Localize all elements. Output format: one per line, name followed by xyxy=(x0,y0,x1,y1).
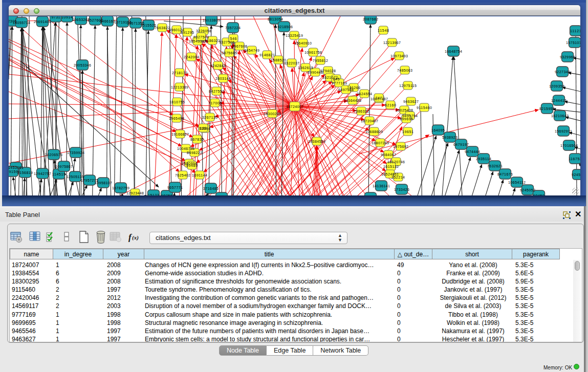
svg-text:3267130: 3267130 xyxy=(202,116,217,119)
svg-text:1209358: 1209358 xyxy=(549,84,564,88)
svg-text:891295: 891295 xyxy=(181,31,194,34)
svg-text:20364436: 20364436 xyxy=(344,99,361,102)
svg-text:9794028: 9794028 xyxy=(320,69,336,73)
svg-text:3716485: 3716485 xyxy=(203,187,219,190)
svg-text:8454749: 8454749 xyxy=(244,49,259,52)
svg-text:7357224: 7357224 xyxy=(225,26,241,30)
svg-text:14055714: 14055714 xyxy=(13,21,30,25)
svg-text:546: 546 xyxy=(230,37,237,40)
svg-text:10958107: 10958107 xyxy=(95,181,112,185)
svg-text:6479197: 6479197 xyxy=(453,143,469,146)
svg-text:8186323: 8186323 xyxy=(205,39,220,42)
svg-text:16210643: 16210643 xyxy=(551,114,569,118)
svg-text:19166827: 19166827 xyxy=(171,133,189,136)
svg-text:18300295: 18300295 xyxy=(264,112,281,116)
svg-text:9474444: 9474444 xyxy=(465,150,480,154)
svg-text:20053346: 20053346 xyxy=(74,63,91,67)
svg-text:1691144: 1691144 xyxy=(192,173,207,177)
svg-text:(x): (x) xyxy=(132,234,139,241)
svg-text:7632621: 7632621 xyxy=(487,164,503,168)
svg-text:62160: 62160 xyxy=(385,103,396,107)
svg-text:16782759: 16782759 xyxy=(112,186,129,190)
svg-text:2935114: 2935114 xyxy=(476,157,491,161)
svg-text:2242004: 2242004 xyxy=(184,55,199,59)
svg-text:10688609: 10688609 xyxy=(365,130,383,134)
svg-text:39159: 39159 xyxy=(9,170,18,173)
svg-text:12975115: 12975115 xyxy=(399,84,417,87)
svg-text:9777169: 9777169 xyxy=(332,81,347,85)
svg-text:14136141: 14136141 xyxy=(373,184,390,188)
svg-text:5938923: 5938923 xyxy=(442,136,458,139)
svg-text:10654112: 10654112 xyxy=(508,181,526,184)
svg-text:2967608: 2967608 xyxy=(232,45,247,48)
svg-text:16648754: 16648754 xyxy=(445,50,462,53)
svg-text:12213967: 12213967 xyxy=(383,41,401,45)
svg-text:7485063: 7485063 xyxy=(397,69,412,72)
svg-text:1975692: 1975692 xyxy=(393,145,408,148)
svg-text:1244415: 1244415 xyxy=(551,99,567,102)
svg-text:7663822: 7663822 xyxy=(155,26,170,30)
svg-text:1810755: 1810755 xyxy=(169,100,185,104)
svg-text:17016504: 17016504 xyxy=(560,144,578,147)
svg-text:12923448: 12923448 xyxy=(126,191,144,195)
svg-text:99489: 99489 xyxy=(186,164,198,167)
svg-text:10961758: 10961758 xyxy=(304,51,322,54)
svg-text:20206576: 20206576 xyxy=(45,153,62,157)
svg-text:2718170: 2718170 xyxy=(172,71,187,75)
svg-text:747: 747 xyxy=(376,96,382,100)
svg-text:845: 845 xyxy=(333,77,340,81)
svg-text:10975867: 10975867 xyxy=(55,165,73,168)
svg-text:8813054: 8813054 xyxy=(268,17,283,21)
svg-text:867835: 867835 xyxy=(190,138,204,141)
svg-text:9327503: 9327503 xyxy=(193,35,209,39)
svg-text:3226058: 3226058 xyxy=(196,29,211,33)
svg-text:9245052: 9245052 xyxy=(520,188,535,192)
svg-text:13325419: 13325419 xyxy=(286,34,303,37)
svg-text:12505135: 12505135 xyxy=(67,175,84,179)
svg-text:7515526: 7515526 xyxy=(141,24,156,27)
svg-text:10653267: 10653267 xyxy=(72,18,90,21)
svg-text:10046738: 10046738 xyxy=(177,147,194,150)
svg-text:18724007: 18724007 xyxy=(286,105,303,108)
svg-text:252214: 252214 xyxy=(391,176,405,179)
svg-text:9657771: 9657771 xyxy=(167,186,183,189)
svg-text:1615132: 1615132 xyxy=(383,165,399,168)
svg-text:9242848: 9242848 xyxy=(210,64,226,68)
svg-text:16543382: 16543382 xyxy=(189,39,206,43)
svg-text:7386322: 7386322 xyxy=(354,110,369,113)
svg-text:8215955: 8215955 xyxy=(539,107,555,111)
svg-text:19651: 19651 xyxy=(402,130,413,134)
svg-text:9227349: 9227349 xyxy=(555,70,570,74)
svg-text:15751074: 15751074 xyxy=(566,41,580,45)
svg-text:9463627: 9463627 xyxy=(403,100,419,103)
svg-text:15692971: 15692971 xyxy=(555,129,572,133)
svg-text:924505: 924505 xyxy=(572,173,580,177)
svg-text:1965498: 1965498 xyxy=(169,117,184,120)
svg-text:1733426: 1733426 xyxy=(394,188,409,191)
svg-text:717006: 717006 xyxy=(208,101,222,105)
svg-text:16120746: 16120746 xyxy=(387,160,405,164)
svg-text:10973493: 10973493 xyxy=(390,54,408,58)
svg-text:98756: 98756 xyxy=(161,194,172,196)
svg-text:15123: 15123 xyxy=(148,193,159,196)
svg-text:18720407: 18720407 xyxy=(361,119,378,123)
svg-text:17359924: 17359924 xyxy=(67,151,84,155)
svg-text:11548: 11548 xyxy=(378,29,389,32)
svg-text:19384554: 19384554 xyxy=(308,140,325,143)
svg-text:9084067: 9084067 xyxy=(381,153,396,157)
svg-text:20691406: 20691406 xyxy=(34,20,51,24)
svg-text:9146821: 9146821 xyxy=(259,53,275,57)
svg-text:11121: 11121 xyxy=(570,29,580,33)
svg-text:3624554: 3624554 xyxy=(357,92,372,96)
svg-text:9115460: 9115460 xyxy=(417,106,432,110)
svg-text:18807249: 18807249 xyxy=(372,141,389,145)
svg-text:2803144: 2803144 xyxy=(215,77,231,80)
svg-text:10025438: 10025438 xyxy=(396,108,413,112)
svg-text:9731: 9731 xyxy=(52,16,60,19)
svg-text:12213389: 12213389 xyxy=(171,85,188,89)
svg-text:2087682: 2087682 xyxy=(363,17,378,21)
svg-text:8322037: 8322037 xyxy=(284,61,299,65)
svg-text:1362615: 1362615 xyxy=(298,66,313,70)
svg-text:899695: 899695 xyxy=(400,117,413,121)
svg-text:1453061: 1453061 xyxy=(9,166,24,169)
